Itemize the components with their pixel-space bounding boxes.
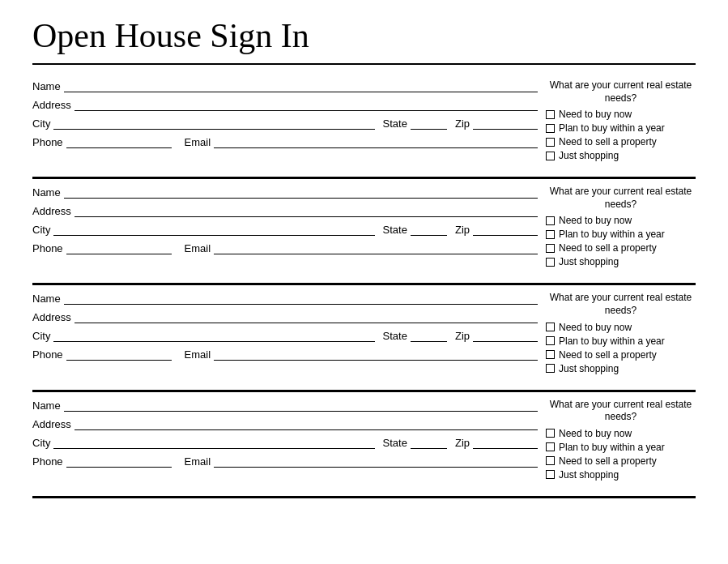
name-label: Name [32, 400, 61, 412]
name-label: Name [32, 293, 61, 305]
left-fields-3: Name Address City State Zip Phone Email [32, 292, 538, 361]
phone-row-1: Phone Email [32, 135, 538, 148]
state-input-2[interactable] [411, 223, 447, 236]
name-row-4: Name [32, 399, 538, 412]
address-input-3[interactable] [75, 310, 538, 323]
city-label: City [32, 224, 50, 236]
checkbox-item-4-1[interactable]: Plan to buy within a year [546, 442, 696, 453]
checkbox-1-0[interactable] [546, 110, 555, 119]
address-input-1[interactable] [75, 98, 538, 111]
state-label: State [383, 224, 407, 236]
zip-input-3[interactable] [473, 329, 538, 342]
checkbox-label-1-2: Need to sell a property [559, 136, 657, 147]
address-label: Address [32, 99, 71, 111]
email-input-2[interactable] [214, 241, 538, 254]
phone-input-4[interactable] [66, 455, 172, 468]
left-fields-2: Name Address City State Zip Phone Email [32, 186, 538, 254]
checkbox-item-2-2[interactable]: Need to sell a property [546, 242, 696, 254]
checkbox-item-4-3[interactable]: Just shopping [546, 469, 696, 481]
city-row-4: City State Zip [32, 436, 538, 449]
checkbox-label-2-1: Plan to buy within a year [559, 229, 665, 240]
address-label: Address [32, 311, 71, 323]
state-input-3[interactable] [411, 329, 447, 342]
checkbox-item-1-0[interactable]: Need to buy now [546, 109, 696, 120]
city-input-1[interactable] [53, 117, 374, 130]
name-row-1: Name [32, 79, 538, 92]
checkbox-item-3-0[interactable]: Need to buy now [546, 322, 696, 333]
checkbox-4-1[interactable] [546, 442, 555, 451]
checkbox-item-4-0[interactable]: Need to buy now [546, 428, 696, 439]
name-input-3[interactable] [64, 292, 538, 305]
phone-input-1[interactable] [66, 135, 172, 148]
checkbox-4-2[interactable] [546, 456, 555, 465]
checkbox-item-1-1[interactable]: Plan to buy within a year [546, 122, 696, 134]
right-options-3: What are your current real estate needs?… [546, 292, 696, 376]
checkbox-1-1[interactable] [546, 124, 555, 133]
name-input-1[interactable] [64, 79, 538, 92]
name-input-4[interactable] [64, 399, 538, 412]
city-input-3[interactable] [53, 329, 374, 342]
checkbox-3-2[interactable] [546, 350, 555, 359]
checkbox-item-2-0[interactable]: Need to buy now [546, 215, 696, 226]
address-input-4[interactable] [75, 417, 538, 430]
checkbox-2-1[interactable] [546, 230, 555, 239]
address-row-2: Address [32, 204, 538, 217]
phone-label: Phone [32, 348, 63, 361]
checkbox-label-3-0: Need to buy now [559, 322, 632, 333]
left-fields-1: Name Address City State Zip Phone Email [32, 79, 538, 148]
address-input-2[interactable] [75, 204, 538, 217]
checkbox-label-2-3: Just shopping [559, 256, 619, 267]
city-label: City [32, 437, 50, 449]
state-input-4[interactable] [411, 436, 447, 449]
checkbox-item-4-2[interactable]: Need to sell a property [546, 455, 696, 467]
city-input-2[interactable] [53, 223, 374, 236]
checkbox-item-3-3[interactable]: Just shopping [546, 363, 696, 374]
address-row-4: Address [32, 417, 538, 430]
phone-input-3[interactable] [66, 348, 172, 361]
checkbox-2-2[interactable] [546, 244, 555, 253]
checkbox-2-3[interactable] [546, 258, 555, 267]
checkbox-4-3[interactable] [546, 470, 555, 479]
zip-label: Zip [455, 330, 470, 342]
city-input-4[interactable] [53, 436, 374, 449]
zip-input-4[interactable] [473, 436, 538, 449]
zip-label: Zip [455, 437, 470, 449]
email-input-1[interactable] [214, 135, 538, 148]
checkbox-4-0[interactable] [546, 429, 555, 438]
checkbox-item-3-2[interactable]: Need to sell a property [546, 349, 696, 361]
checkbox-3-0[interactable] [546, 323, 555, 331]
checkbox-item-2-3[interactable]: Just shopping [546, 256, 696, 267]
checkbox-label-1-0: Need to buy now [559, 109, 632, 120]
name-input-2[interactable] [64, 186, 538, 199]
checkbox-1-2[interactable] [546, 138, 555, 147]
phone-input-2[interactable] [66, 241, 172, 254]
checkbox-item-1-2[interactable]: Need to sell a property [546, 136, 696, 147]
email-input-4[interactable] [214, 455, 538, 468]
checkbox-3-1[interactable] [546, 336, 555, 345]
email-input-3[interactable] [214, 348, 538, 361]
city-label: City [32, 330, 50, 342]
checkbox-item-2-1[interactable]: Plan to buy within a year [546, 229, 696, 240]
entry-block-1: Name Address City State Zip Phone Email … [32, 73, 696, 169]
question-1: What are your current real estate needs? [546, 79, 696, 105]
right-options-2: What are your current real estate needs?… [546, 186, 696, 270]
checkbox-item-3-1[interactable]: Plan to buy within a year [546, 335, 696, 347]
phone-row-2: Phone Email [32, 241, 538, 254]
city-label: City [32, 118, 50, 130]
checkbox-label-4-0: Need to buy now [559, 428, 632, 439]
city-row-2: City State Zip [32, 223, 538, 236]
checkbox-3-3[interactable] [546, 364, 555, 373]
address-row-1: Address [32, 98, 538, 111]
checkbox-label-4-2: Need to sell a property [559, 455, 657, 467]
checkbox-item-1-3[interactable]: Just shopping [546, 150, 696, 161]
zip-input-1[interactable] [473, 117, 538, 130]
left-fields-4: Name Address City State Zip Phone Email [32, 399, 538, 468]
checkbox-1-3[interactable] [546, 152, 555, 160]
checkbox-2-0[interactable] [546, 216, 555, 225]
page-title: Open House Sign In [32, 16, 696, 55]
state-input-1[interactable] [411, 117, 447, 130]
right-options-4: What are your current real estate needs?… [546, 399, 696, 483]
question-3: What are your current real estate needs? [546, 292, 696, 317]
phone-row-4: Phone Email [32, 455, 538, 468]
zip-input-2[interactable] [473, 223, 538, 236]
